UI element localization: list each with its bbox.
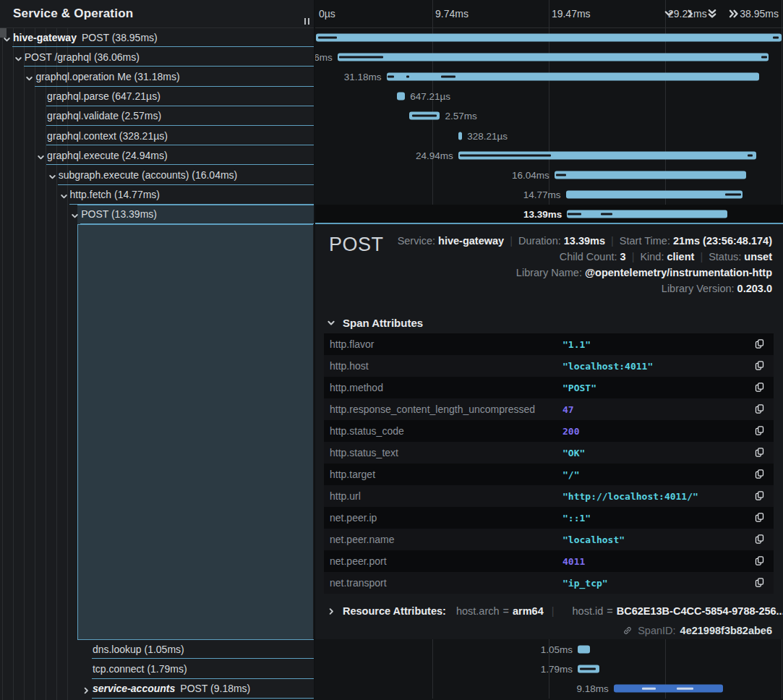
resource-attributes-row[interactable]: Resource Attributes:host.arch=arm64|host… (325, 605, 783, 617)
attribute-value: 200 (562, 426, 579, 437)
chevron-down-icon[interactable] (48, 171, 56, 179)
chevron-down-icon[interactable] (14, 53, 22, 61)
span-row[interactable]: tcp.connect (1.79ms)1.79ms (0, 659, 783, 678)
meta-label: Start Time: (620, 235, 673, 247)
span-bar[interactable] (338, 53, 769, 61)
span-row[interactable]: graphql.context (328.21µs)328.21µs (0, 126, 783, 145)
copy-icon[interactable] (753, 382, 765, 393)
span-row[interactable]: graphql.operation Me (31.18ms)31.18ms (0, 67, 783, 86)
span-row[interactable]: subgraph.execute (accounts) (16.04ms)16.… (0, 165, 783, 184)
copy-icon[interactable] (753, 338, 765, 350)
span-row[interactable]: graphql.execute (24.94ms)24.94ms (0, 145, 783, 165)
timeline-tick-label: 9.74ms (435, 0, 468, 27)
chevron-right-icon[interactable] (82, 685, 90, 693)
child-span-marker (556, 174, 567, 176)
span-label: graphql.parse (647.21µs) (47, 90, 161, 102)
resource-attribute-key: host.id (573, 605, 604, 617)
copy-icon[interactable] (753, 512, 765, 524)
span-bar[interactable] (567, 210, 727, 218)
span-duration-label: 647.21µs (410, 91, 450, 102)
span-attributes-header[interactable]: Span Attributes (325, 317, 423, 329)
span-bar[interactable] (578, 645, 590, 653)
attribute-value: "http://localhost:4011/" (562, 491, 698, 502)
header: Service & Operation 0µs9.74ms19.47ms29.2… (0, 0, 783, 28)
span-row[interactable]: graphql.parse (647.21µs)647.21µs (0, 87, 783, 106)
span-label: dns.lookup (1.05ms) (93, 644, 184, 655)
span-label: graphql.execute (24.94ms) (47, 150, 168, 161)
resource-attribute-value: arm64 (513, 605, 544, 617)
child-span-marker (460, 154, 551, 156)
copy-icon[interactable] (753, 555, 765, 567)
copy-icon[interactable] (753, 447, 765, 458)
span-duration-label: 1.05ms (541, 644, 573, 654)
attribute-row: http.method"POST" (324, 377, 774, 398)
chevron-down-icon[interactable] (25, 72, 33, 80)
span-attributes-heading: Span Attributes (343, 317, 423, 329)
span-row[interactable]: POST (13.39ms)13.39ms (0, 205, 783, 224)
attribute-key: http.target (330, 469, 375, 480)
meta-value: @opentelemetry/instrumentation-http (585, 267, 772, 278)
detail-title: POST (329, 234, 384, 256)
child-span-marker (388, 75, 394, 77)
span-row[interactable]: service-accounts POST (9.18ms)9.18ms (0, 679, 783, 699)
chevron-down-icon[interactable] (3, 33, 11, 41)
copy-icon[interactable] (753, 490, 765, 502)
span-label: POST /graphql (36.06ms) (25, 51, 140, 63)
meta-separator: | (700, 251, 703, 262)
meta-value: 0.203.0 (737, 283, 772, 294)
child-span-marker (601, 213, 613, 215)
span-row[interactable]: dns.lookup (1.05ms)1.05ms (0, 639, 783, 659)
span-row[interactable]: http.fetch (14.77ms)14.77ms (0, 185, 783, 205)
child-span-marker (642, 688, 655, 690)
attribute-key: net.peer.ip (330, 512, 377, 524)
detail-meta: Service: hive-gateway|Duration: 13.39ms|… (398, 233, 772, 296)
copy-icon[interactable] (753, 577, 765, 589)
attribute-row: net.transport"ip_tcp" (324, 572, 774, 594)
span-label: graphql.operation Me (31.18ms) (35, 71, 179, 82)
attribute-key: net.peer.name (330, 534, 395, 545)
span-bar[interactable] (555, 171, 746, 179)
child-span-marker (412, 115, 437, 117)
copy-icon[interactable] (753, 534, 765, 545)
copy-icon[interactable] (753, 360, 765, 372)
double-chevron-right-icon[interactable] (728, 8, 740, 20)
meta-value: hive-gateway (438, 235, 504, 247)
attribute-row: http.host"localhost:4011" (324, 355, 774, 377)
span-label: tcp.connect (1.79ms) (93, 663, 187, 675)
copy-icon[interactable] (753, 404, 765, 415)
copy-icon[interactable] (753, 425, 765, 437)
span-bar[interactable] (566, 191, 743, 199)
meta-value: 21ms (23:56:48.174) (673, 235, 772, 247)
resource-attribute-key: host.arch (456, 605, 500, 617)
span-bar[interactable] (397, 93, 405, 101)
meta-value: unset (744, 251, 772, 262)
span-duration-label: 1.79ms (541, 663, 573, 674)
child-span-marker (677, 688, 693, 690)
span-label: POST (13.39ms) (81, 208, 157, 220)
chevron-down-icon[interactable] (71, 210, 79, 218)
span-bar[interactable] (458, 132, 462, 140)
chevron-down-icon[interactable] (37, 151, 45, 159)
attribute-value: "::1" (562, 513, 591, 524)
span-label: hive-gateway POST (38.95ms) (13, 32, 158, 43)
span-bar[interactable] (614, 685, 724, 693)
attribute-value: 4011 (562, 556, 585, 567)
column-resize-grip[interactable] (304, 18, 309, 25)
link-icon[interactable] (622, 625, 633, 636)
span-row[interactable]: hive-gateway POST (38.95ms) (0, 27, 783, 47)
meta-label: Duration: (518, 235, 564, 247)
copy-icon[interactable] (753, 469, 765, 480)
page-title: Service & Operation (13, 7, 133, 21)
attribute-row: http.status_code200 (324, 420, 774, 442)
span-row[interactable]: POST /graphql (36.06ms)36.06ms (0, 47, 783, 67)
span-duration-label: 13.39ms (523, 209, 562, 220)
meta-value: 13.39ms (564, 235, 605, 247)
timeline-tick-label: 19.47ms (552, 0, 591, 27)
span-row[interactable]: graphql.validate (2.57ms)2.57ms (0, 106, 783, 126)
double-chevron-down-icon[interactable] (706, 8, 718, 20)
meta-separator: | (611, 235, 614, 247)
chevron-down-icon[interactable] (60, 191, 68, 199)
timeline-tick-label: 0µs (319, 0, 335, 27)
span-bar[interactable] (316, 33, 782, 41)
span-duration-label: 328.21µs (467, 130, 508, 141)
